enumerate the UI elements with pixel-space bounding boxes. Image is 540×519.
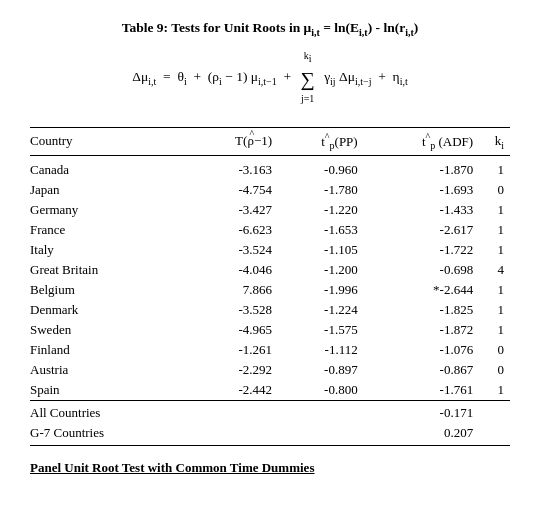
summary-t-adf: -0.171 [364, 400, 479, 423]
cell-t-pp: -0.800 [278, 380, 364, 401]
cell-country: Italy [30, 240, 191, 260]
table-title: Table 9: Tests for Unit Roots in μi,t = … [30, 20, 510, 38]
cell-t-rho: -4.046 [191, 260, 278, 280]
summary-empty-3 [479, 423, 510, 446]
col-header-k: ki [479, 127, 510, 155]
cell-t-pp: -1.575 [278, 320, 364, 340]
cell-k: 1 [479, 380, 510, 401]
cell-t-pp: -0.960 [278, 155, 364, 180]
cell-country: Denmark [30, 300, 191, 320]
cell-t-adf: -0.867 [364, 360, 479, 380]
cell-t-pp: -1.220 [278, 200, 364, 220]
cell-t-rho: -1.261 [191, 340, 278, 360]
panel-label: Panel Unit Root Test with Common Time Du… [30, 460, 510, 476]
cell-t-adf: -1.693 [364, 180, 479, 200]
table-row: Belgium7.866-1.996*-2.6441 [30, 280, 510, 300]
cell-t-rho: -3.427 [191, 200, 278, 220]
cell-k: 1 [479, 220, 510, 240]
cell-k: 1 [479, 280, 510, 300]
cell-t-adf: -1.825 [364, 300, 479, 320]
cell-t-rho: -2.292 [191, 360, 278, 380]
cell-t-adf: -2.617 [364, 220, 479, 240]
cell-t-adf: -1.076 [364, 340, 479, 360]
summary-empty-2 [278, 400, 364, 423]
cell-k: 0 [479, 180, 510, 200]
cell-t-pp: -1.996 [278, 280, 364, 300]
table-row: Sweden-4.965-1.575-1.8721 [30, 320, 510, 340]
summary-label: G-7 Countries [30, 423, 191, 446]
table-row: France-6.623-1.653-2.6171 [30, 220, 510, 240]
table-row: Japan-4.754-1.780-1.6930 [30, 180, 510, 200]
cell-t-adf: -1.761 [364, 380, 479, 401]
cell-t-adf: -1.433 [364, 200, 479, 220]
cell-t-rho: -3.524 [191, 240, 278, 260]
cell-country: Austria [30, 360, 191, 380]
col-header-t-pp: t^p(PP) [278, 127, 364, 155]
summary-empty-3 [479, 400, 510, 423]
cell-t-adf: -0.698 [364, 260, 479, 280]
cell-country: France [30, 220, 191, 240]
cell-country: Canada [30, 155, 191, 180]
cell-country: Finland [30, 340, 191, 360]
cell-t-rho: -3.528 [191, 300, 278, 320]
cell-country: Spain [30, 380, 191, 401]
cell-t-rho: -4.965 [191, 320, 278, 340]
table-row: Spain-2.442-0.800-1.7611 [30, 380, 510, 401]
cell-k: 1 [479, 240, 510, 260]
cell-t-adf: -1.722 [364, 240, 479, 260]
col-header-country: Country [30, 127, 191, 155]
cell-k: 1 [479, 155, 510, 180]
cell-country: Belgium [30, 280, 191, 300]
summary-empty-1 [191, 423, 278, 446]
table-row: Germany-3.427-1.220-1.4331 [30, 200, 510, 220]
summary-row: G-7 Countries0.207 [30, 423, 510, 446]
cell-t-adf: *-2.644 [364, 280, 479, 300]
cell-t-rho: -2.442 [191, 380, 278, 401]
cell-k: 1 [479, 200, 510, 220]
cell-t-pp: -1.112 [278, 340, 364, 360]
table-row: Finland-1.261-1.112-1.0760 [30, 340, 510, 360]
table-row: Canada-3.163-0.960-1.8701 [30, 155, 510, 180]
cell-t-rho: -6.623 [191, 220, 278, 240]
cell-t-rho: -3.163 [191, 155, 278, 180]
cell-k: 1 [479, 320, 510, 340]
summary-t-adf: 0.207 [364, 423, 479, 446]
cell-k: 4 [479, 260, 510, 280]
table-row: Italy-3.524-1.105-1.7221 [30, 240, 510, 260]
cell-t-pp: -1.780 [278, 180, 364, 200]
cell-t-pp: -0.897 [278, 360, 364, 380]
col-header-t-adf: t^p (ADF) [364, 127, 479, 155]
summary-label: All Countries [30, 400, 191, 423]
cell-country: Sweden [30, 320, 191, 340]
cell-t-pp: -1.200 [278, 260, 364, 280]
summary-empty-1 [191, 400, 278, 423]
col-header-t-rho: T(ρ^−1) [191, 127, 278, 155]
cell-t-rho: -4.754 [191, 180, 278, 200]
formula-block: Δμi,t = θi + (ρi − 1) μi,t−1 + ki ∑ j=1 … [30, 46, 510, 109]
summary-row: All Countries-0.171 [30, 400, 510, 423]
cell-t-pp: -1.224 [278, 300, 364, 320]
table-row: Great Britain-4.046-1.200-0.6984 [30, 260, 510, 280]
cell-t-pp: -1.105 [278, 240, 364, 260]
cell-t-adf: -1.872 [364, 320, 479, 340]
table-header: Country T(ρ^−1) t^p(PP) t^p (ADF) ki [30, 127, 510, 155]
cell-country: Germany [30, 200, 191, 220]
cell-t-rho: 7.866 [191, 280, 278, 300]
cell-t-pp: -1.653 [278, 220, 364, 240]
summary-empty-2 [278, 423, 364, 446]
table-row: Denmark-3.528-1.224-1.8251 [30, 300, 510, 320]
cell-k: 0 [479, 340, 510, 360]
table-row: Austria-2.292-0.897-0.8670 [30, 360, 510, 380]
cell-k: 1 [479, 300, 510, 320]
cell-country: Great Britain [30, 260, 191, 280]
cell-t-adf: -1.870 [364, 155, 479, 180]
cell-country: Japan [30, 180, 191, 200]
cell-k: 0 [479, 360, 510, 380]
